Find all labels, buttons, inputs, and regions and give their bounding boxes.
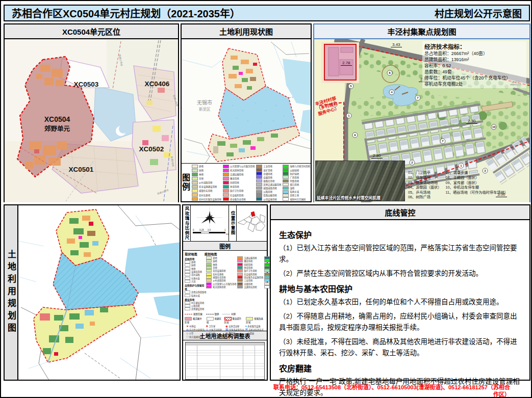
label-district: 新吴区 — [199, 107, 211, 112]
facility-icon: ◇ — [186, 332, 188, 335]
legend-swatch — [192, 197, 198, 201]
legend-swatch — [256, 165, 262, 168]
legend-swatch — [283, 165, 289, 168]
landuse-plan-map-svg — [18, 205, 180, 380]
label-xc0406: XC0406 — [145, 80, 170, 88]
legend-swatch — [192, 177, 198, 180]
legend-swatch — [192, 185, 198, 189]
facility-icon-item: ◎文体活动场地 — [206, 328, 225, 332]
facility-icon: ⬡ — [186, 335, 189, 338]
facility-icon-item: ▣警务室 — [225, 332, 244, 335]
label-xc0504-sub: 郊野单元 — [44, 125, 70, 132]
legend-swatch — [283, 194, 289, 197]
legend-swatch — [256, 187, 262, 190]
legend-swatch — [256, 172, 262, 175]
legend-item: 公园绿地 — [283, 168, 310, 172]
legend-swatch — [223, 193, 229, 197]
facility-icons-legend: ★村委会✚卫生室◉文体活动室●养老服务设施◍综合性文化服务中心◎文体活动场地Ⓡ居… — [185, 324, 265, 340]
legend-swatch — [256, 197, 262, 201]
panel-unit-location-title: XC0504单元区位 — [5, 24, 178, 39]
windrose-icon: 0 0.25 0.5 1 KM — [191, 205, 229, 240]
legend-item: 铁路运输用地 — [256, 194, 281, 197]
facility-item: 07、健康步道 — [446, 171, 508, 175]
legend-item: 林地 — [192, 173, 221, 176]
legend-item: 草地 — [192, 177, 221, 180]
legend-swatch — [283, 187, 289, 190]
legend-col-status-head: 现状地类 — [185, 252, 197, 256]
facility-icon: ★ — [186, 325, 189, 328]
legend-item: 其他建设用地 — [185, 307, 206, 310]
facilities-list: 01、门卫岗亭02、停车场地03、健身活动场地04、游憩园（面状）05、乒乓场地… — [408, 171, 508, 200]
legend-item: 绿地与开敞空间用地 — [283, 165, 310, 168]
elevation-label: 2.78 — [341, 61, 352, 66]
legend-item: 农业设施建设用地 — [192, 185, 221, 189]
legend-item: 其他自然保留地 — [185, 290, 206, 294]
page-subtitle: 村庄规划公开示意图 — [435, 6, 522, 20]
legend-item: 河流 — [185, 280, 206, 283]
elevation-label: 3.43 — [391, 42, 402, 47]
facility-item: 05、乒乓场地 — [408, 191, 442, 195]
legend-column-3: 工业用地采矿用地仓储用地会展用地储备库用地其他交通运输用地城镇道路用地公路用地铁… — [255, 164, 282, 201]
current-landuse-map-svg: 无锡市 新吴区 — [182, 39, 311, 165]
panel-unit-location: XC0504单元区位 — [4, 23, 179, 202]
legend-swatch — [256, 194, 262, 197]
legend-item: 留白用地 — [283, 183, 310, 187]
legend-item: 机关团体用地 — [223, 169, 255, 172]
facility-icon: ◍ — [186, 328, 189, 331]
legend-item: 广场用地 — [283, 175, 310, 179]
facility-icon-item: ◇小学 — [186, 332, 205, 335]
facility-item: 03、健身活动场地 — [408, 181, 442, 185]
indicator-line: 总建筑面积：13916m² — [424, 57, 524, 63]
legend-item: 陆地水域 — [283, 190, 310, 194]
facility-item: 08、主题园（面状） — [446, 176, 508, 180]
facility-icon: ◉ — [225, 325, 228, 328]
indicator-lines: 总占地面积：26667m²（40亩）总建筑面积：13916m²容积率：0.52总… — [424, 50, 524, 87]
poster-page: 苏相合作区XC0504单元村庄规划（2021-2035年） 村庄规划公开示意图 … — [0, 0, 532, 398]
village-plan-map: 8 5 4 7 6 1 9 2 7 10 1 3 3.43 2.78 2.65 … — [314, 39, 529, 202]
legend-swatch — [192, 173, 198, 176]
panel-bottomline-control: 底线管控 生态保护 （1）已划入江苏省生态空间管控区域的范围，严格落实江苏省生态… — [270, 204, 530, 381]
legend-item: 陆地水域 — [185, 294, 206, 297]
legend-item: 规划村庄范围线 — [283, 197, 310, 201]
current-landuse-legend: 图 例 耕地园地林地草地乡村道路用地农业设施建设用地城镇住宅用地农村宅基地农村社… — [182, 163, 311, 201]
label-xc0503: XC0503 — [74, 81, 99, 88]
rule-paragraph: （3）未经批准，不得在园地、商品林及其他农用地进行非农建设活动，不得进行毁林开垦… — [279, 336, 521, 359]
legend-item: 农村社区服务设施用地 — [192, 197, 221, 201]
legend-swatch — [223, 197, 229, 201]
panel-village-plan: 丰泾村集聚点规划图 — [313, 23, 530, 202]
rule-paragraph: （2）不得随意占用耕地，确需占用的，应经村民小组确认，村委会审查同意出具书面意见… — [279, 311, 521, 333]
location-sketch-svg — [237, 205, 267, 240]
panel-current-landuse-title: 土地利用现状图 — [182, 24, 311, 39]
facility-item: 06、树阵广场 — [408, 195, 442, 200]
landuse-adjust-table — [185, 342, 265, 380]
legend-item: 交通场站用地 — [237, 285, 263, 288]
facility-icon: Ⓟ — [245, 328, 248, 331]
legend-swatch — [192, 165, 198, 168]
facility-item: 11、晒谷场地（可作为临时停车场地） — [446, 191, 508, 195]
legend-item: 商业服务业设施用地 — [237, 276, 263, 279]
facility-icon: ◌ — [245, 332, 247, 335]
svg-text:0: 0 — [193, 229, 194, 231]
legend-item: 教育用地 — [223, 177, 255, 180]
legend-item: 其他土地 — [283, 194, 310, 197]
legend-item: 城镇住宅用地 — [192, 189, 221, 193]
legend-swatch — [283, 172, 289, 175]
legend-swatch — [223, 173, 229, 176]
landuse-plan-vertical-title: 土地利用规划图 — [5, 205, 18, 380]
location-sketch-label: 位置示意图 — [229, 205, 237, 241]
rule-paragraph: （2）严禁在生态空间管控区域内从事不符合管控要求的开发活动。 — [279, 268, 521, 279]
legend-swatch — [223, 185, 229, 189]
legend-col-plan-head: 规划地类 — [205, 252, 217, 256]
legend-item: 机关团体用地 — [206, 285, 236, 288]
legend-swatch — [256, 168, 262, 172]
panel-map-tools: 风玫瑰与比例尺 — [182, 204, 268, 381]
section-housing-heading: 农房翻建 — [279, 362, 521, 374]
panel-landuse-plan: 土地利用规划图 — [4, 204, 181, 381]
legend-swatch — [283, 175, 289, 179]
legend-title: 图 例 — [182, 164, 191, 201]
legend-item: 园地 — [192, 169, 221, 172]
legend-swatch — [283, 190, 289, 194]
indicator-line: 总套数：49套 — [424, 69, 524, 75]
indicator-line: 总占地面积：26667m²（40亩） — [424, 50, 524, 57]
svg-text:1: 1 — [224, 229, 226, 231]
